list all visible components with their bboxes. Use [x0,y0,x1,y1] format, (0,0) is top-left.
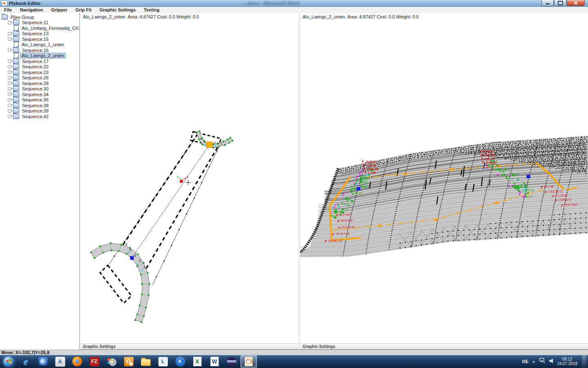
tree-expand-handle[interactable] [8,65,11,69]
sync-tool[interactable]: L [155,355,171,368]
tree-item-sequence-16[interactable]: Sequence.16 [0,47,79,53]
menu-bar: FileNavigationGripperGrip FitGraphic Set… [0,7,588,13]
window-titlebar[interactable]: Plybook Editor ….docx - Microsoft Word [0,0,588,7]
menu-navigation[interactable]: Navigation [16,7,47,13]
svg-text:-47,46 7,44: -47,46 7,44 [335,232,350,235]
graphic-settings-bar-left[interactable]: Graphic Settings [80,343,298,350]
tree-expand-handle[interactable] [8,76,11,80]
tree-item-sequence-26[interactable]: Sequence.26 [0,75,79,81]
svg-text:26: 26 [348,199,352,202]
network-icon[interactable] [539,358,545,365]
titlebar-left: Plybook Editor [2,0,41,6]
tree-item-sequence-28[interactable]: Sequence.28 [0,81,79,86]
plybook-java-app[interactable] [241,355,257,368]
tree-item-alu-umfang-formseitig-c67-ic66[interactable]: Alu_Umfang_Formseitig_C67-IC66 [0,25,79,31]
tree-expand-handle[interactable] [8,48,11,52]
show-hidden-icons-button[interactable]: ▲ [532,360,535,364]
tree-item-sequence-11[interactable]: Sequence.11 [0,20,79,26]
tree-item-label: Sequence.28 [21,81,50,86]
tree-item-sequence-30[interactable]: Sequence.30 [0,86,79,92]
tree-item-alu-laengs-1-unten[interactable]: Alu_Laengs_1_unten [0,42,79,48]
svg-text:-51,26 1,33: -51,26 1,33 [328,239,342,242]
menu-testing[interactable]: Testing [140,7,163,13]
eclipse-icon [227,357,236,366]
svg-text:24,81,98: 24,81,98 [367,168,378,171]
word[interactable]: W [206,355,223,368]
menu-grip-fit[interactable]: Grip Fit [71,7,96,13]
internet-explorer[interactable]: e [18,355,34,368]
windows-search[interactable] [103,355,120,368]
tree-item-label: Sequence.15 [21,37,50,42]
flat-view-drawing[interactable]: Yx6543265432 [80,21,298,343]
svg-text:6: 6 [200,137,202,140]
tree-expand-handle[interactable] [8,92,11,96]
tree-expand-handle[interactable] [8,37,11,41]
eclipse[interactable] [223,355,240,368]
minimize-button[interactable] [541,0,554,6]
windows-explorer[interactable] [138,355,154,368]
tree-expand-handle[interactable] [8,59,11,63]
tree-item-sequence-23[interactable]: Sequence.23 [0,70,79,75]
svg-text:45,1 36: 45,1 36 [544,185,553,188]
menu-file[interactable]: File [0,7,16,13]
maximize-button[interactable] [554,0,566,6]
plies-tree-panel[interactable]: Plies GroupSequence.11Alu_Umfang_Formsei… [0,13,80,350]
filezilla[interactable]: FZ [86,355,102,368]
tree-item-sequence-15[interactable]: Sequence.15 [0,36,79,42]
close-button[interactable] [567,0,585,6]
clock[interactable]: 09:1219.07.2018 [557,357,577,366]
taskbar: e▶AFZOLKXWDE▲09:1219.07.2018 [0,355,588,368]
svg-text:9,77: 9,77 [508,177,514,180]
folder-icon [13,48,19,53]
surface-view-canvas[interactable]: 40,350,588,509,7713,0648,8123,079,582618… [300,21,588,343]
language-indicator[interactable]: DE [522,359,528,364]
surface-view-drawing[interactable]: 40,350,588,509,7713,0648,8123,079,582618… [300,21,588,343]
tree-item-plies-group[interactable]: Plies Group [0,14,79,20]
svg-text:5: 5 [203,139,205,142]
speaker-icon[interactable] [549,358,553,365]
tree-item-sequence-42[interactable]: Sequence.42 [0,114,79,119]
svg-text:7,5: 7,5 [520,190,524,193]
k-tool[interactable]: K [172,355,188,368]
java-app-icon [2,0,7,6]
tree-item-sequence-34[interactable]: Sequence.34 [0,92,79,97]
tree-item-sequence-39[interactable]: Sequence.39 [0,108,79,114]
tree-expand-handle[interactable] [8,70,11,74]
media-player[interactable]: ▶ [35,355,51,368]
a-app-icon: A [55,357,65,367]
close-icon [574,1,578,5]
svg-text:0,77: 0,77 [363,185,368,188]
tree-expand-handle[interactable] [8,87,11,91]
tree-expand-handle[interactable] [8,109,11,113]
menu-gripper[interactable]: Gripper [47,7,71,13]
tree-expand-handle[interactable] [8,98,11,102]
editor-a-app[interactable]: A [52,355,68,368]
svg-text:18,9: 18,9 [343,202,349,205]
tree-item-label: Sequence.36 [21,97,50,102]
tree-expand-handle[interactable] [8,103,11,107]
flat-view-canvas[interactable]: Yx6543265432 [80,21,298,343]
folder-icon [13,114,19,119]
tree-expand-handle[interactable] [8,21,11,25]
tree-expand-handle[interactable] [8,114,11,118]
tree-item-sequence-13[interactable]: Sequence.13 [0,31,79,37]
tree-item-sequence-36[interactable]: Sequence.36 [0,97,79,103]
minimize-icon [546,3,550,4]
graphic-settings-bar-right[interactable]: Graphic Settings [300,343,588,350]
svg-text:2: 2 [220,142,222,145]
tree-item-sequence-22[interactable]: Sequence.22 [0,64,79,70]
k-tool-icon: K [176,357,185,366]
tree-expand-handle[interactable] [8,81,11,85]
menu-graphic-settings[interactable]: Graphic Settings [96,7,140,13]
tree-item-label: Sequence.17 [21,59,50,64]
excel[interactable]: X [189,355,205,368]
tree-item-sequence-38[interactable]: Sequence.38 [0,103,79,108]
outlook[interactable]: O [120,355,137,368]
firefox[interactable] [69,355,85,368]
start-button[interactable] [0,355,17,368]
tree-item-alu-laengs-2-unten[interactable]: Alu_Laengs_2_unten [0,53,79,59]
tree-item-sequence-17[interactable]: Sequence.17 [0,58,79,64]
show-desktop-button[interactable] [581,355,586,368]
folder-icon [13,64,19,69]
tree-expand-handle[interactable] [8,32,11,36]
